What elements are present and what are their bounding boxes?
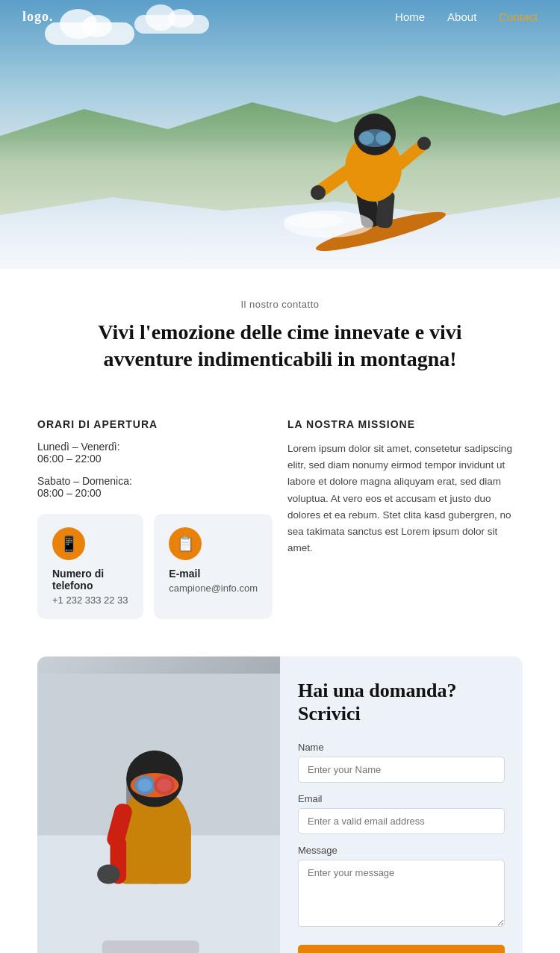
email-label: Email: [298, 793, 505, 804]
nav-link-contact[interactable]: Contact: [499, 10, 538, 23]
message-group: Message: [298, 845, 505, 930]
mission-heading: LA NOSTRA MISSIONE: [287, 418, 523, 430]
contact-cards: 📱 Numero di telefono +1 232 333 22 33 📋 …: [37, 514, 273, 619]
svg-point-7: [417, 137, 431, 150]
nav-links: Home About Contact: [395, 10, 538, 23]
form-section: Hai una domanda? Scrivici Name Email Mes…: [37, 656, 523, 953]
svg-point-13: [284, 213, 343, 228]
mission-section: LA NOSTRA MISSIONE Lorem ipsum dolor sit…: [287, 418, 523, 619]
svg-point-25: [137, 778, 152, 791]
form-title: Hai una domanda? Scrivici: [298, 679, 505, 725]
contact-subtitle: Il nostro contatto: [37, 299, 523, 310]
weekend-time: 08:00 – 20:00: [37, 487, 273, 499]
svg-point-11: [376, 131, 391, 145]
hours-heading: ORARI DI APERTURA: [37, 418, 273, 430]
weekday-time: 06:00 – 22:00: [37, 453, 273, 465]
submit-button[interactable]: Invia: [298, 945, 505, 953]
form-image: [37, 656, 280, 953]
email-value: campione@info.com: [169, 583, 258, 594]
svg-point-27: [97, 864, 119, 884]
name-input[interactable]: [298, 757, 505, 783]
phone-label: Numero di telefono: [52, 568, 128, 592]
snowboarder-illustration: [261, 60, 470, 254]
weekend-label: Sabato – Domenica:: [37, 475, 273, 487]
svg-line-5: [399, 146, 422, 164]
email-label: E-mail: [169, 568, 258, 580]
svg-point-26: [157, 778, 172, 791]
hours-row-weekend: Sabato – Domenica: 08:00 – 20:00: [37, 475, 273, 499]
phone-value: +1 232 333 22 33: [52, 595, 128, 606]
nav-link-home[interactable]: Home: [395, 10, 425, 23]
phone-icon: 📱: [52, 527, 85, 560]
contact-section: Il nostro contatto Vivi l'emozione delle…: [0, 269, 560, 411]
svg-rect-28: [102, 940, 199, 953]
nav-logo[interactable]: logo.: [22, 9, 54, 25]
hero-section: [0, 0, 560, 269]
info-grid: ORARI DI APERTURA Lunedì – Venerdì: 06:0…: [0, 411, 560, 642]
name-group: Name: [298, 742, 505, 783]
hours-section: ORARI DI APERTURA Lunedì – Venerdì: 06:0…: [37, 418, 273, 619]
name-label: Name: [298, 742, 505, 753]
mission-text: Lorem ipsum dolor sit amet, consetetur s…: [287, 441, 523, 557]
email-group: Email: [298, 793, 505, 834]
navbar: logo. Home About Contact: [0, 0, 560, 34]
person-image: [37, 656, 280, 953]
weekday-label: Lunedì – Venerdì:: [37, 441, 273, 453]
email-icon: 📋: [169, 527, 202, 560]
nav-link-about[interactable]: About: [447, 10, 476, 23]
svg-point-10: [359, 131, 374, 145]
svg-line-4: [321, 172, 347, 190]
email-card: 📋 E-mail campione@info.com: [154, 514, 273, 619]
contact-title: Vivi l'emozione delle cime innevate e vi…: [56, 319, 504, 373]
contact-form: Hai una domanda? Scrivici Name Email Mes…: [280, 656, 523, 953]
message-textarea[interactable]: [298, 860, 505, 927]
phone-card: 📱 Numero di telefono +1 232 333 22 33: [37, 514, 143, 619]
svg-point-6: [311, 185, 326, 200]
hours-row-weekday: Lunedì – Venerdì: 06:00 – 22:00: [37, 441, 273, 465]
email-input[interactable]: [298, 808, 505, 834]
svg-rect-18: [118, 819, 190, 884]
message-label: Message: [298, 845, 505, 856]
